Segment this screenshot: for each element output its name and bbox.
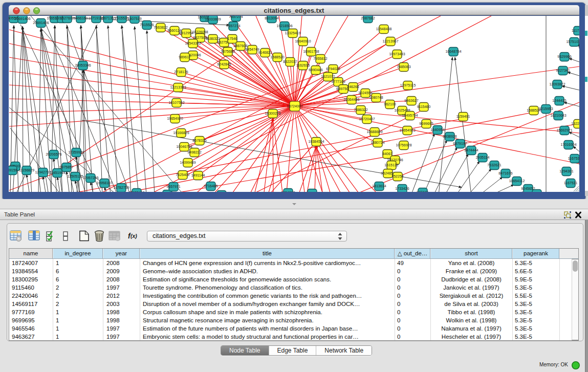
svg-text:8186323: 8186323 <box>206 37 220 40</box>
svg-text:8813094: 8813094 <box>265 16 278 20</box>
svg-text:3875685: 3875685 <box>221 50 234 53</box>
svg-text:9699695: 9699695 <box>419 122 433 125</box>
svg-text:9657971: 9657971 <box>166 185 180 188</box>
svg-text:20691406: 20691406 <box>14 17 30 20</box>
svg-text:19958107: 19958107 <box>96 181 112 185</box>
svg-text:20691406: 20691406 <box>33 21 49 25</box>
svg-text:1491144: 1491144 <box>191 173 205 177</box>
svg-text:17359928: 17359928 <box>68 150 84 154</box>
svg-text:1322049: 1322049 <box>571 122 579 125</box>
svg-text:18724007: 18724007 <box>287 104 302 108</box>
svg-text:16648784: 16648784 <box>445 50 461 53</box>
svg-text:6794028: 6794028 <box>326 67 340 71</box>
svg-text:16107552: 16107552 <box>168 101 184 104</box>
svg-text:14099489: 14099489 <box>180 161 195 164</box>
svg-text:10654112: 10654112 <box>509 179 525 183</box>
svg-text:8322037: 8322037 <box>283 60 297 63</box>
svg-text:746266: 746266 <box>347 85 359 89</box>
svg-text:20053346: 20053346 <box>75 63 91 67</box>
svg-text:16671355: 16671355 <box>100 16 116 20</box>
svg-text:9115460: 9115460 <box>417 105 431 108</box>
svg-text:1167534: 1167534 <box>568 157 579 160</box>
svg-text:9146821: 9146821 <box>258 51 272 54</box>
svg-text:7357274: 7357274 <box>229 16 243 18</box>
svg-text:947441: 947441 <box>417 190 428 192</box>
svg-text:18495794: 18495794 <box>402 114 418 117</box>
svg-text:7632621: 7632621 <box>487 163 501 167</box>
svg-text:9975857: 9975857 <box>59 165 73 169</box>
svg-text:12942737: 12942737 <box>35 170 51 174</box>
svg-text:1640954: 1640954 <box>430 128 444 132</box>
svg-text:9227341: 9227341 <box>556 69 570 72</box>
svg-text:989617: 989617 <box>179 55 190 59</box>
svg-text:7515526: 7515526 <box>140 23 154 27</box>
svg-text:8454749: 8454749 <box>245 48 259 51</box>
svg-text:7485063: 7485063 <box>397 65 410 69</box>
svg-text:17546: 17546 <box>227 37 237 40</box>
svg-text:39159: 39159 <box>9 168 17 172</box>
svg-text:12213383: 12213383 <box>170 85 186 89</box>
svg-text:13325419: 13325419 <box>285 31 300 35</box>
svg-text:1294301: 1294301 <box>559 169 573 173</box>
svg-text:2718176: 2718176 <box>174 70 188 74</box>
svg-text:7886322: 7886322 <box>354 108 367 112</box>
svg-text:962100: 962100 <box>384 102 396 106</box>
svg-text:19654920: 19654920 <box>167 117 183 120</box>
svg-text:19166825: 19166825 <box>173 131 189 135</box>
svg-text:252254: 252254 <box>391 174 403 178</box>
svg-text:19654923: 19654923 <box>399 128 415 132</box>
svg-text:15692971: 15692971 <box>556 128 572 132</box>
svg-text:1588520: 1588520 <box>270 55 284 59</box>
svg-text:1159491: 1159491 <box>456 115 470 118</box>
svg-text:8954012: 8954012 <box>281 191 295 192</box>
svg-text:9463627: 9463627 <box>404 99 418 102</box>
svg-text:2087682: 2087682 <box>361 16 375 20</box>
svg-text:1880724: 1880724 <box>371 141 384 144</box>
svg-text:3024554: 3024554 <box>358 91 372 95</box>
svg-text:12923468: 12923468 <box>128 191 144 192</box>
svg-text:12975115: 12975115 <box>400 83 416 87</box>
svg-text:8912954: 8912954 <box>179 31 193 35</box>
svg-text:9242845: 9242845 <box>217 62 231 66</box>
svg-text:15720407: 15720407 <box>359 117 375 121</box>
svg-text:9329966: 9329966 <box>557 55 571 58</box>
svg-text:2935114: 2935114 <box>476 156 490 159</box>
svg-text:1167531: 1167531 <box>564 181 578 185</box>
svg-text:7625402: 7625402 <box>176 173 189 177</box>
svg-text:6879197: 6879197 <box>453 142 467 145</box>
svg-text:1527602: 1527602 <box>60 16 74 20</box>
svg-text:20364486: 20364486 <box>343 98 359 101</box>
svg-text:16640910: 16640910 <box>295 39 311 43</box>
svg-text:18300275: 18300275 <box>265 112 280 115</box>
svg-text:17016504: 17016504 <box>560 143 576 146</box>
svg-text:2867608: 2867608 <box>233 44 247 48</box>
svg-text:7515526: 7515526 <box>115 16 128 20</box>
svg-text:11156829: 11156829 <box>19 168 34 172</box>
svg-text:8938928: 8938928 <box>443 135 456 138</box>
svg-text:19384554: 19384554 <box>308 140 324 143</box>
svg-text:20206576: 20206576 <box>46 152 61 156</box>
svg-text:7955812: 7955812 <box>313 57 327 60</box>
svg-text:16033809: 16033809 <box>205 17 221 21</box>
svg-text:10046758: 10046758 <box>176 145 192 148</box>
svg-text:1733426: 1733426 <box>395 187 409 190</box>
svg-text:16782759: 16782759 <box>113 186 129 189</box>
svg-text:16543382: 16543382 <box>185 41 201 45</box>
svg-text:9498222: 9498222 <box>187 150 201 154</box>
svg-text:8471676: 8471676 <box>498 171 512 175</box>
svg-text:1162615: 1162615 <box>296 63 310 67</box>
svg-text:16210643: 16210643 <box>550 114 566 117</box>
svg-text:16961758: 16961758 <box>303 50 319 53</box>
svg-text:12213967: 12213967 <box>382 39 398 43</box>
svg-text:1621072: 1621072 <box>321 75 335 78</box>
svg-text:9777169: 9777169 <box>331 80 345 83</box>
svg-text:12505135: 12505135 <box>67 174 83 178</box>
svg-text:11548438: 11548438 <box>376 27 392 31</box>
svg-text:1080748: 1080748 <box>369 96 383 99</box>
svg-text:6990446: 6990446 <box>309 68 322 72</box>
svg-text:9474444: 9474444 <box>464 148 478 152</box>
svg-text:1513614: 1513614 <box>372 184 386 188</box>
svg-text:6466160: 6466160 <box>74 16 88 20</box>
svg-text:192340: 192340 <box>306 191 318 192</box>
svg-text:7663822: 7663822 <box>154 26 167 29</box>
